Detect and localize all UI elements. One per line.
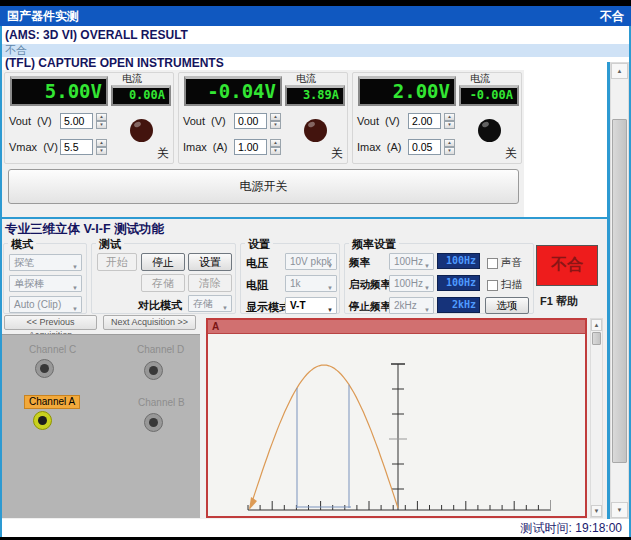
vmax-input-1[interactable]: 5.5 [60, 139, 93, 155]
spinner-up-icon[interactable]: ▲ [444, 139, 455, 147]
sound-label: 声音 [501, 256, 522, 270]
chevron-down-icon: ▼ [424, 259, 430, 274]
window-scrollbar-thumb[interactable] [612, 119, 627, 463]
spinner-down-icon[interactable]: ▼ [96, 121, 107, 129]
stop-freq-lcd: 2kHz [437, 297, 480, 313]
scroll-down-icon[interactable]: ▼ [591, 505, 602, 517]
clear-button[interactable]: 清除 [188, 274, 232, 292]
probe-type-select[interactable]: 探笔▼ [9, 254, 82, 271]
stop-freq-select[interactable]: 2kHz▼ [389, 297, 434, 314]
probe-count-select[interactable]: 单探棒▼ [9, 275, 82, 292]
off-state-label-3: 关 [505, 145, 517, 162]
store-button[interactable]: 存储 [141, 274, 185, 292]
channel-a-label: Channel A [24, 395, 80, 409]
options-button[interactable]: 选项 [485, 297, 529, 314]
spinner-down-icon[interactable]: ▼ [270, 147, 281, 155]
current-label-3: 电流 [470, 72, 490, 86]
next-acquisition-button[interactable]: Next Acquisition >> [103, 315, 196, 330]
chevron-down-icon: ▼ [72, 260, 78, 275]
freq-lcd: 100Hz [437, 253, 480, 269]
spinner-down-icon[interactable]: ▼ [96, 147, 107, 155]
display-mode-label: 显示模式 [246, 300, 290, 315]
graph-scrollbar-thumb[interactable] [592, 332, 601, 345]
sound-checkbox[interactable] [487, 258, 498, 269]
compare-mode-select[interactable]: 存储▼ [188, 295, 232, 312]
vout-spinner-1[interactable]: ▲ ▼ [96, 113, 107, 129]
freq-select[interactable]: 100Hz▼ [389, 253, 434, 270]
chevron-down-icon: ▼ [424, 303, 430, 318]
power-knob-3[interactable] [478, 119, 501, 142]
imax-label-3: Imax(A) [357, 141, 402, 153]
imax-spinner-2[interactable]: ▲ ▼ [270, 139, 281, 155]
psu-channel-3: 2.00V 电流 -0.00A Vout(V) 2.00 ▲ ▼ Imax(A)… [352, 72, 522, 164]
window-scrollbar[interactable]: ▲ ▼ [610, 62, 629, 519]
mode-group-label: 模式 [8, 237, 36, 252]
channel-d-jack[interactable] [144, 361, 163, 380]
spinner-down-icon[interactable]: ▼ [444, 121, 455, 129]
vout-input-3[interactable]: 2.00 [408, 113, 441, 129]
spinner-down-icon[interactable]: ▼ [270, 121, 281, 129]
chevron-down-icon: ▼ [72, 281, 78, 296]
sweep-checkbox[interactable] [487, 280, 498, 291]
spinner-up-icon[interactable]: ▲ [270, 139, 281, 147]
start-freq-label: 启动频率 [349, 278, 391, 292]
imax-input-3[interactable]: 0.05 [408, 139, 441, 155]
vout-label-3: Vout(V) [357, 115, 400, 127]
channel-c-jack[interactable] [35, 359, 54, 378]
chevron-down-icon: ▼ [327, 281, 333, 296]
start-freq-select[interactable]: 100Hz▼ [389, 275, 434, 292]
vout-label-2: Vout(V) [183, 115, 226, 127]
spinner-up-icon[interactable]: ▲ [96, 139, 107, 147]
start-button[interactable]: 开始 [97, 253, 137, 271]
oscilloscope-plot [208, 334, 585, 516]
vout-spinner-2[interactable]: ▲ ▼ [270, 113, 281, 129]
compare-mode-label: 对比模式 [138, 298, 182, 313]
current-display-1: 0.00A [111, 85, 171, 106]
auto-clip-select[interactable]: Auto (Clip)▼ [9, 296, 82, 313]
channel-a-jack[interactable] [33, 411, 52, 430]
imax-spinner-3[interactable]: ▲ ▼ [444, 139, 455, 155]
f1-help-label: F1 帮助 [540, 294, 578, 309]
psu-channel-1: 5.00V 电流 0.00A Vout(V) 5.00 ▲ ▼ Vmax(V) … [4, 72, 174, 164]
vout-input-2[interactable]: 0.00 [234, 113, 267, 129]
imax-label-2: Imax(A) [183, 141, 228, 153]
scroll-up-icon[interactable]: ▲ [591, 319, 602, 331]
spinner-up-icon[interactable]: ▲ [444, 113, 455, 121]
channel-b-jack[interactable] [144, 413, 163, 432]
overall-result-label: (AMS: 3D VI) OVERALL RESULT [2, 26, 629, 44]
stop-freq-label: 停止频率 [349, 300, 391, 314]
scroll-down-icon[interactable]: ▼ [611, 502, 628, 518]
power-supply-panel: 5.00V 电流 0.00A Vout(V) 5.00 ▲ ▼ Vmax(V) … [2, 70, 524, 217]
power-knob-1[interactable] [130, 119, 153, 142]
test-group: 测试 开始 停止 设置 存储 清除 对比模式 存储▼ [91, 243, 236, 314]
title-result-badge: 不合 [600, 8, 624, 25]
chevron-down-icon: ▼ [424, 281, 430, 296]
vmax-spinner-1[interactable]: ▲ ▼ [96, 139, 107, 155]
resistance-select[interactable]: 1k▼ [285, 275, 337, 292]
settings-button[interactable]: 设置 [188, 253, 232, 271]
current-display-3: -0.00A [459, 85, 519, 106]
start-freq-lcd: 100Hz [437, 275, 480, 291]
vout-input-1[interactable]: 5.00 [60, 113, 93, 129]
voltage-select[interactable]: 10V pkpk▼ [285, 253, 337, 270]
test-result-box: 不合 [536, 245, 598, 286]
previous-acquisition-button[interactable]: << Previous Acquisition [4, 315, 97, 330]
display-mode-select[interactable]: V-T▼ [285, 297, 337, 314]
spinner-up-icon[interactable]: ▲ [270, 113, 281, 121]
power-switch-button[interactable]: 电源开关 [8, 169, 519, 204]
vout-spinner-3[interactable]: ▲ ▼ [444, 113, 455, 129]
channel-jack-panel: Channel C Channel D Channel A Channel B [2, 334, 200, 518]
off-state-label-1: 关 [157, 145, 169, 162]
scroll-up-icon[interactable]: ▲ [611, 63, 628, 79]
spinner-up-icon[interactable]: ▲ [96, 113, 107, 121]
graph-scrollbar[interactable]: ▲ ▼ [590, 318, 603, 518]
spinner-down-icon[interactable]: ▼ [444, 147, 455, 155]
stop-button[interactable]: 停止 [141, 253, 185, 271]
sweep-checkbox-row: 扫描 [487, 278, 522, 292]
oscilloscope-title: A [208, 320, 585, 334]
imax-input-2[interactable]: 1.00 [234, 139, 267, 155]
sweep-label: 扫描 [501, 278, 522, 292]
power-knob-2[interactable] [304, 119, 327, 142]
settings-group: 设置 电压 10V pkpk▼ 电阻 1k▼ 显示模式 V-T▼ [240, 243, 340, 314]
voltage-display-2: -0.04V [184, 76, 282, 106]
